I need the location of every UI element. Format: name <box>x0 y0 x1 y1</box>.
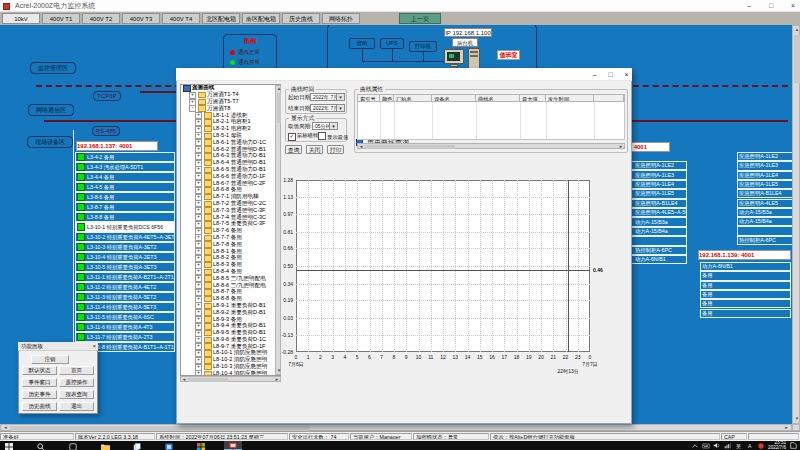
device-row[interactable] <box>737 226 800 235</box>
device-row[interactable]: L3-11-2 特别重要负荷A-4ET2 <box>75 282 175 292</box>
device-row[interactable]: L3-8-8 备用 <box>75 212 175 222</box>
device-row[interactable]: L3-11-6 特别重要负荷A-4T3 <box>75 322 175 332</box>
tray-lang-icon[interactable]: A <box>744 441 755 450</box>
device-row[interactable]: L3-4-4 备用 <box>75 172 175 182</box>
tab-400V T4[interactable]: 400V T4 <box>162 13 200 24</box>
window-close-button[interactable]: × <box>786 0 800 11</box>
start-date-select[interactable]: 2022年 7月 6日 ▼ <box>310 93 345 101</box>
tray-alert-icon[interactable] <box>755 441 766 450</box>
tab-南区配电箱[interactable]: 南区配电箱 <box>242 13 280 24</box>
device-row[interactable]: L3-4-2 备用 <box>75 152 175 162</box>
function-panel-titlebar[interactable]: 功能面板 × <box>18 342 98 351</box>
period-select[interactable]: 05分钟 ▼ <box>312 122 338 130</box>
tab-10kV[interactable]: 10kV <box>2 13 40 24</box>
main-vertical-scrollbar[interactable]: ▲ ▼ <box>792 25 800 424</box>
device-row[interactable]: L3-11-1 特别重要负荷A-B2T1~A-2T1 <box>75 272 175 282</box>
notification-center-icon[interactable] <box>786 441 800 450</box>
tray-network-icon[interactable] <box>722 441 733 450</box>
device-row[interactable]: 备用 <box>700 309 791 318</box>
dialog-close-button[interactable]: × <box>620 69 633 80</box>
taskbar-file-explorer-button[interactable] <box>96 441 114 450</box>
show-extremes-checkbox[interactable]: 显示最值 <box>318 132 348 141</box>
main-horizontal-scrollbar[interactable]: ◄ ► <box>0 424 792 431</box>
column-header-最大值[interactable]: 最大值 <box>520 95 546 101</box>
tab-400V T2[interactable]: 400V T2 <box>82 13 120 24</box>
device-row[interactable]: L3-8-6 备用 <box>75 192 175 202</box>
device-row[interactable]: 备用 <box>700 299 791 308</box>
panel-button-报表查询[interactable]: 报表查询 <box>59 390 94 399</box>
dialog-minimize-button[interactable]: – <box>588 69 601 80</box>
device-row[interactable]: 应急照明A-1LE2 <box>737 152 800 161</box>
taskbar-search-button[interactable] <box>32 441 50 450</box>
taskbar-clock[interactable]: 23:51 2022/7/6 <box>768 441 786 450</box>
end-date-dropdown-icon[interactable]: ▼ <box>336 105 344 111</box>
taskbar-documents-button[interactable] <box>128 441 146 450</box>
dialog-maximize-button[interactable]: □ <box>604 69 617 80</box>
column-header-发生时间[interactable]: 发生时间 <box>546 95 594 101</box>
tab-400V T1[interactable]: 400V T1 <box>42 13 80 24</box>
print-button[interactable]: 打印 <box>327 145 344 154</box>
device-row[interactable]: 应急照明A-1LE4 <box>737 171 800 180</box>
device-row[interactable]: L3-11-5 特别重要负荷A-6SC <box>75 312 175 322</box>
device-row[interactable]: 动力A-15/B3a <box>737 208 800 217</box>
function-panel-close-icon[interactable]: × <box>93 342 96 351</box>
end-date-select[interactable]: 2022年 7月 6日 ▼ <box>310 104 345 112</box>
tray-volume-icon[interactable] <box>711 441 722 450</box>
column-header-索引号[interactable]: 索引号 <box>358 95 380 101</box>
device-row[interactable]: L3-10-3 特别重要负荷A-3ET2 <box>75 242 175 252</box>
device-row[interactable]: 应急照明A-4LE5 <box>737 199 800 208</box>
panel-button-退出[interactable]: 退出 <box>59 402 94 411</box>
taskbar-acrel-app-button[interactable] <box>224 441 242 450</box>
taskbar-ms-store-button[interactable] <box>192 441 210 450</box>
column-header-设备名[interactable]: 设备名 <box>432 95 476 101</box>
panel-button-首页[interactable]: 首页 <box>59 366 94 375</box>
tray-ime-icon[interactable]: 英 <box>733 441 744 450</box>
tab-400V T3[interactable]: 400V T3 <box>122 13 160 24</box>
device-row[interactable]: 热控制柜A-6PC <box>737 236 800 245</box>
column-header-曲线名[interactable]: 曲线名 <box>476 95 520 101</box>
panel-button-事件窗口[interactable]: 事件窗口 <box>22 378 57 387</box>
tree-horizontal-scrollbar[interactable]: ◄ ► <box>180 376 281 382</box>
period-dropdown-icon[interactable]: ▼ <box>329 123 337 129</box>
device-row[interactable]: L3-8-7 备用 <box>75 202 175 212</box>
device-row[interactable]: L3-4-5 备用 <box>75 182 175 192</box>
device-row[interactable]: 动力A-15/B4a <box>737 217 800 226</box>
device-row[interactable]: L3-11-7 特别重要负荷A-2T3 <box>75 332 175 342</box>
device-row[interactable]: 动力A-6N/B1 <box>700 262 791 271</box>
column-header-颜色[interactable]: 颜色 <box>380 95 394 101</box>
tray-keyboard-icon[interactable] <box>700 441 711 450</box>
window-maximize-button[interactable]: □ <box>764 0 778 11</box>
tab-历史曲线[interactable]: 历史曲线 <box>282 13 320 24</box>
show-extremes-checkbox-box[interactable] <box>318 132 326 140</box>
device-row[interactable]: 备用 <box>700 290 791 299</box>
crosshair-checkbox[interactable]: ✓ 鼠标瞄线 <box>288 132 318 141</box>
crosshair-checkbox-box[interactable]: ✓ <box>288 133 296 141</box>
device-row[interactable]: L3-4-3 污水处理A-5DT1 <box>75 162 175 172</box>
device-row[interactable]: L3-10-5 特别重要负荷A-3ET3 <box>75 262 175 272</box>
device-row[interactable]: L3-10-4 特别重要负荷A-2ET3 <box>75 252 175 262</box>
taskbar-task-view-button[interactable] <box>64 441 82 450</box>
column-header-厂站名[interactable]: 厂站名 <box>394 95 432 101</box>
panel-button-历史事件[interactable]: 历史事件 <box>22 390 57 399</box>
start-button[interactable] <box>0 441 18 450</box>
panel-button-默认状态[interactable]: 默认状态 <box>22 366 57 375</box>
props-horizontal-scrollbar[interactable]: ◄ ► <box>357 143 625 149</box>
dialog-titlebar[interactable]: 历史曲线查询 <box>176 68 632 81</box>
device-row[interactable]: 应急照明A-1LE3 <box>737 161 800 170</box>
panel-button-历史曲线[interactable]: 历史曲线 <box>22 402 57 411</box>
logout-button[interactable]: 注销 <box>31 355 69 364</box>
device-row[interactable]: L3-11-4 特别重要负荷A-5ET3 <box>75 302 175 312</box>
device-row[interactable]: 备用 <box>700 281 791 290</box>
device-row[interactable]: L3-10-1 特别重要负荷DCS 6F56 <box>75 222 175 232</box>
start-date-dropdown-icon[interactable]: ▼ <box>336 94 344 100</box>
query-button[interactable]: 查询 <box>285 145 302 154</box>
prev-page-button[interactable]: 上一页 <box>399 13 441 24</box>
device-row[interactable]: 应急照明A-1LE5 <box>737 180 800 189</box>
device-row[interactable]: 备用 <box>700 271 791 280</box>
window-minimize-button[interactable]: – <box>742 0 756 11</box>
panel-button-遥控操作[interactable]: 遥控操作 <box>59 378 94 387</box>
tab-网络拓扑[interactable]: 网络拓扑 <box>322 13 360 24</box>
tray-expand-icon[interactable] <box>689 441 700 450</box>
device-row[interactable]: L3-10-2 特别重要负荷A-4ET5~A-3ET5 <box>75 232 175 242</box>
device-row[interactable]: L3-11-3 特别重要负荷A-5ET2 <box>75 292 175 302</box>
